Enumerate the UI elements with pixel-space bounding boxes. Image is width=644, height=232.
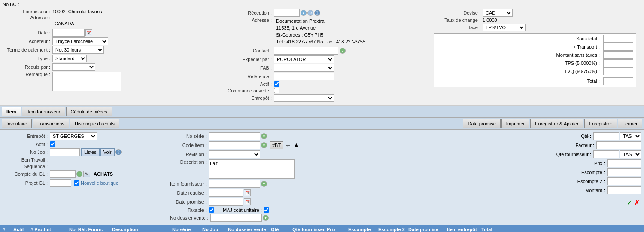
type-select[interactable]: Standard [52,55,87,62]
contact-check-icon[interactable]: ✓ [340,48,346,54]
bt-button[interactable]: #BT [270,141,283,149]
qte-fournisseur-input[interactable]: 1.0000 [593,150,619,158]
item-fournisseur-icon[interactable]: ▼ [261,181,267,187]
date-promise-button[interactable]: Date promise [463,119,500,128]
taxable-checkbox[interactable] [209,207,214,213]
entrepot-top-select[interactable] [274,94,334,102]
compte-gl-check-icon[interactable]: ✓ [76,171,82,177]
addr-line3: St-Georges : G5Y 7H5 [276,31,365,38]
col-ref: No. Réf. Fourn. [67,227,110,232]
compte-gl-edit-icon[interactable]: ✎ [83,171,90,177]
no-dossier-input[interactable] [210,214,262,222]
tab-inventaire[interactable]: Inventaire [2,119,32,128]
remarque-label: Remarque : [5,72,52,77]
tab-item[interactable]: Item [2,107,21,116]
date-requise-cal-icon[interactable]: 📅 [244,189,251,196]
contact-input[interactable] [274,47,338,55]
tps-input[interactable]: 0.00 [603,59,633,67]
col-hash: # [1,227,12,232]
date-promise-label: Date promise : [170,199,209,205]
reception-info-icon[interactable]: ⓘ [314,10,320,16]
transport-label: + Transport : [535,44,603,49]
actif-detail-checkbox[interactable] [50,141,55,147]
montant-input[interactable]: 1.25 [607,186,641,194]
entrepot-detail-select[interactable]: ST-GEORGES [50,132,97,140]
actif-checkbox[interactable] [274,81,279,87]
projet-gl-input[interactable]: 1 [50,179,71,187]
type-label: Type : [5,56,52,61]
code-item-icon[interactable]: ▼ [261,142,267,148]
taux-value: 1.0000 [483,18,497,23]
escompte2-input[interactable]: 0.00 [607,177,641,185]
montant-sans-taxes-input[interactable]: 0.00 [603,51,633,59]
prix-input[interactable]: 1.2500 [607,159,641,167]
reference-input[interactable] [274,73,334,80]
total-input[interactable]: 0.00 [603,77,633,85]
compte-gl-input[interactable]: 5000 [50,170,76,178]
date-requise-input[interactable]: 20/09/2022 [209,189,243,197]
revision-select[interactable] [209,150,260,158]
addr-line1: Documentation Prextra [276,18,365,24]
escompte-label: Escompte : [581,170,607,175]
reception-input[interactable]: 0 [274,9,300,17]
calendar-icon[interactable]: 📅 [85,29,92,36]
nouvelle-boutique-checkbox[interactable] [74,180,79,186]
code-item-input[interactable]: lait [209,141,260,149]
imprimer-button[interactable]: Imprimer [501,119,529,128]
sous-total-input[interactable]: 0.00 [603,35,633,43]
tab-item-fournisseur[interactable]: Item fournisseur [22,107,65,116]
tab-historique[interactable]: Historique d'achats [70,119,119,128]
tas2-select[interactable]: TAS [620,150,641,158]
date-promise-cal-icon[interactable]: 📅 [244,198,251,205]
compte-gl-label: Compte du GL : [3,171,50,177]
tab-cedule[interactable]: Cédule de pièces [66,107,112,116]
enregistrer-button[interactable]: Enregistrer [584,119,617,128]
no-serie-icon[interactable]: ▼ [261,133,267,139]
nouvelle-boutique-check[interactable]: Nouvelle boutique [74,180,118,186]
prix-label: Prix : [594,161,607,166]
commande-checkbox[interactable] [274,88,279,93]
remarque-textarea[interactable] [52,72,121,91]
code-item-label: Code item : [170,143,209,148]
enregistrer-ajouter-button[interactable]: Enregistrer & Ajouter [530,119,583,128]
facteur-label: Facteur : [576,143,596,148]
maj-cout-checkbox[interactable] [264,207,269,213]
escompte-input[interactable]: 0.00 [607,168,641,176]
taxe-label: Taxe : [431,25,483,30]
no-dossier-icon[interactable]: ▼ [263,215,269,221]
terme-select[interactable]: Net 30 jours [52,46,104,54]
date-input[interactable]: 20/09/2022 [52,29,85,37]
item-fournisseur-input[interactable] [209,180,260,188]
description-label: Description : [170,159,209,165]
cancel-row-button[interactable]: ✗ [634,198,640,207]
col-noserie: No série [170,227,200,232]
voir-button[interactable]: Voir [100,148,115,156]
expedier-select[interactable]: PUROLATOR [274,55,334,63]
summary-box: Sous total : 0.00 + Transport : 0.00 Mon… [434,33,636,87]
no-serie-input[interactable] [209,132,260,140]
reception-up-icon[interactable]: ▲ [301,10,307,16]
right-form-section: Devise : CAD Taux de change : 1.0000 Tax… [428,8,641,104]
listes-button[interactable]: Listes [81,148,100,156]
fermer-button[interactable]: Fermer [618,119,642,128]
confirm-button[interactable]: ✓ [627,198,632,207]
tab-transactions[interactable]: Transactions [33,119,69,128]
fab-select[interactable] [274,64,334,72]
description-textarea[interactable]: Lait [209,159,295,179]
facteur-input[interactable]: 1.0000000000 [596,141,641,149]
qte-label: Qté : [581,134,593,139]
requis-select[interactable] [52,63,95,71]
tvq-input[interactable]: 0.00 [603,67,633,75]
reception-refresh-icon[interactable]: ↻ [307,10,313,16]
voir-icon[interactable]: ⓘ [115,149,122,155]
no-job-input[interactable] [50,148,80,156]
detail-area: Entrepôt : ST-GEORGES Actif : No Job : L… [0,130,644,225]
canada-value: CANADA [55,21,74,26]
qte-input[interactable]: 1.00 [593,132,619,140]
tas-select[interactable]: TAS [620,132,641,140]
acheteur-select[interactable]: Trayce Larochelle [52,37,108,45]
devise-select[interactable]: CAD [483,9,513,17]
transport-input[interactable]: 0.00 [603,43,633,51]
date-promise-input[interactable]: 20/09/2022 [209,198,243,206]
taxe-select[interactable]: TPS/TVQ [483,24,526,31]
